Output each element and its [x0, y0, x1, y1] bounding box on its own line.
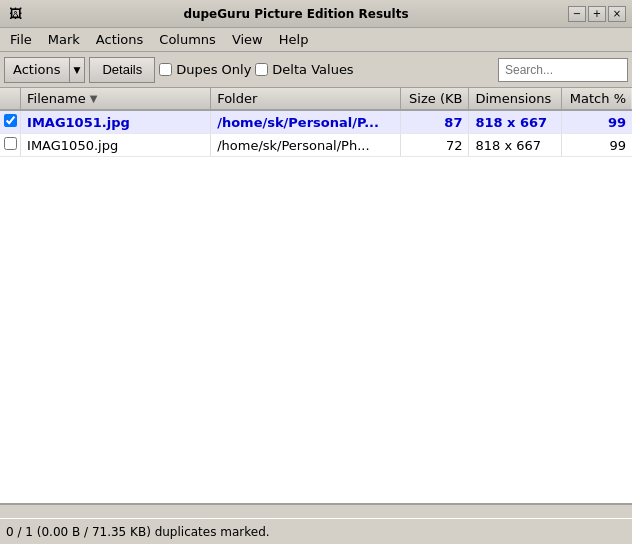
row-size: 87 — [401, 110, 469, 134]
table-header: Filename ▼ Folder Size (KB Dimensions Ma… — [0, 88, 632, 110]
actions-dropdown-button[interactable]: Actions ▼ — [4, 57, 85, 83]
row-match: 99 — [561, 134, 632, 157]
delta-values-label: Delta Values — [272, 62, 353, 77]
status-bar: 0 / 1 (0.00 B / 71.35 KB) duplicates mar… — [0, 518, 632, 544]
row-dimensions: 818 x 667 — [469, 134, 561, 157]
table-row[interactable]: IMAG1050.jpg /home/sk/Personal/Ph... 72 … — [0, 134, 632, 157]
col-header-size[interactable]: Size (KB — [401, 88, 469, 110]
maximize-button[interactable]: + — [588, 6, 606, 22]
results-table: Filename ▼ Folder Size (KB Dimensions Ma… — [0, 88, 632, 157]
col-header-filename[interactable]: Filename ▼ — [21, 88, 211, 110]
col-header-checkbox — [0, 88, 21, 110]
row-dimensions: 818 x 667 — [469, 110, 561, 134]
delta-values-checkbox[interactable] — [255, 63, 268, 76]
sort-arrow-icon: ▼ — [90, 93, 98, 104]
row-match: 99 — [561, 110, 632, 134]
title-bar: 🖼 dupeGuru Picture Edition Results − + × — [0, 0, 632, 28]
col-header-match[interactable]: Match % — [561, 88, 632, 110]
toolbar: Actions ▼ Details Dupes Only Delta Value… — [0, 52, 632, 88]
table-body: IMAG1051.jpg /home/sk/Personal/P... 87 8… — [0, 110, 632, 157]
dupes-only-checkbox[interactable] — [159, 63, 172, 76]
menu-view[interactable]: View — [224, 29, 271, 51]
window-title: dupeGuru Picture Edition Results — [24, 7, 568, 21]
row-size: 72 — [401, 134, 469, 157]
menu-actions[interactable]: Actions — [88, 29, 152, 51]
results-table-container: Filename ▼ Folder Size (KB Dimensions Ma… — [0, 88, 632, 504]
dupes-only-label: Dupes Only — [176, 62, 251, 77]
delta-values-group[interactable]: Delta Values — [255, 62, 353, 77]
menu-file[interactable]: File — [2, 29, 40, 51]
menu-bar: File Mark Actions Columns View Help — [0, 28, 632, 52]
status-text: 0 / 1 (0.00 B / 71.35 KB) duplicates mar… — [6, 525, 270, 539]
details-button[interactable]: Details — [89, 57, 155, 83]
row-filename: IMAG1050.jpg — [21, 134, 211, 157]
horizontal-scrollbar[interactable] — [0, 504, 632, 518]
menu-help[interactable]: Help — [271, 29, 317, 51]
minimize-button[interactable]: − — [568, 6, 586, 22]
table-row[interactable]: IMAG1051.jpg /home/sk/Personal/P... 87 8… — [0, 110, 632, 134]
col-header-folder[interactable]: Folder — [211, 88, 401, 110]
menu-mark[interactable]: Mark — [40, 29, 88, 51]
row-folder: /home/sk/Personal/Ph... — [211, 134, 401, 157]
close-button[interactable]: × — [608, 6, 626, 22]
row-folder: /home/sk/Personal/P... — [211, 110, 401, 134]
actions-dropdown-arrow: ▼ — [70, 58, 85, 82]
row-checkbox-cell[interactable] — [0, 110, 21, 134]
row-checkbox-cell[interactable] — [0, 134, 21, 157]
col-header-dimensions[interactable]: Dimensions — [469, 88, 561, 110]
menu-columns[interactable]: Columns — [151, 29, 224, 51]
search-input[interactable] — [498, 58, 628, 82]
window-controls: − + × — [568, 6, 626, 22]
actions-button-label: Actions — [5, 58, 70, 82]
app-icon: 🖼 — [6, 5, 24, 23]
row-filename: IMAG1051.jpg — [21, 110, 211, 134]
row-checkbox[interactable] — [4, 137, 17, 150]
dupes-only-group[interactable]: Dupes Only — [159, 62, 251, 77]
row-checkbox[interactable] — [4, 114, 17, 127]
